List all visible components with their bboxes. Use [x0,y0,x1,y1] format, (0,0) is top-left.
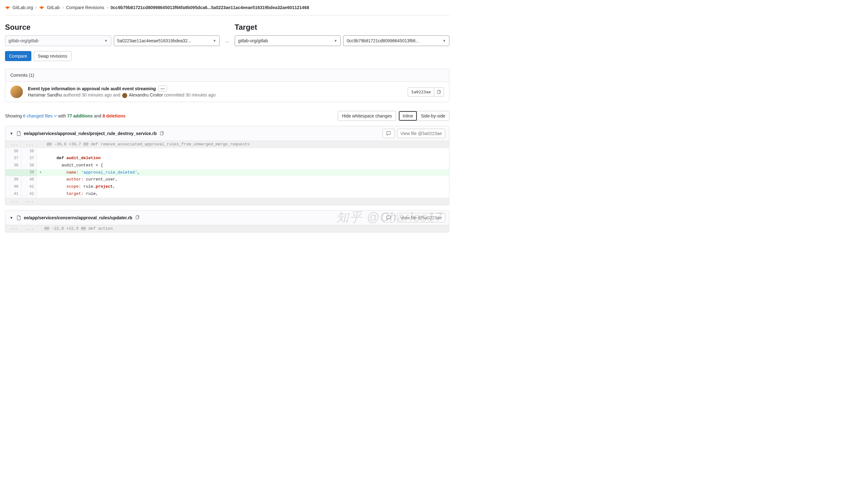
commit-committer[interactable]: Alexandru Croitor [129,92,163,98]
commits-header: Commits (1) [5,69,449,82]
diff-line: 3737 def audit_deletion [5,155,449,162]
breadcrumb-current: 0cc9b79b81721cd80998645013f66fa9b095dca6… [111,5,309,10]
commit-meta: Harsimar Sandhu authored 30 minutes ago … [28,92,403,98]
view-file-button[interactable]: View file @5a0223ae [397,129,445,138]
commit-row: Event type information in approval rule … [5,82,449,102]
code-content: name: 'approval_rule_deleted', [44,169,449,177]
diff-line: 3940 author: current_user, [5,176,449,183]
old-line-number[interactable]: 41 [5,191,21,198]
side-by-side-view-button[interactable]: Side-by-side [417,111,449,121]
code-content: target: rule, [44,191,449,198]
new-line-number[interactable]: 41 [21,183,37,191]
source-ref-label: 5a0223ae11ac4eeae516319bdea32... [117,38,191,43]
old-line-number[interactable]: 39 [5,176,21,183]
source-repo-label: gitlab-org/gitlab [9,38,38,43]
deletions-count: 8 deletions [102,113,125,118]
code-content [44,148,449,155]
old-line-number[interactable]: 36 [5,148,21,155]
copy-sha-button[interactable] [434,88,444,96]
target-repo-select[interactable]: gitlab-org/gitlab ▼ [235,35,341,46]
source-heading: Source [5,23,220,32]
target-ref-label: 0cc9b79b81721cd80998645013f66... [347,38,419,43]
hunk-header: @@ -36,6 +36,7 @@ def remove_associated_… [44,141,449,148]
chevron-down-icon: ▼ [104,39,108,43]
collapse-file-button[interactable]: ▼ [9,215,14,220]
hide-whitespace-button[interactable]: Hide whitespace changes [338,111,396,121]
new-line-number[interactable]: 37 [21,155,37,162]
old-line-number[interactable]: 37 [5,155,21,162]
collapse-file-button[interactable]: ▼ [9,131,14,136]
view-file-button[interactable]: View file @5a0223ae [397,213,445,223]
code-content: author: current_user, [44,176,449,183]
copy-path-button[interactable] [135,214,140,221]
chevron-down-icon: ▼ [334,39,338,43]
toggle-comments-button[interactable] [383,129,395,138]
changed-files-link[interactable]: 6 changed files [23,113,57,118]
comment-icon [386,215,391,220]
old-line-number[interactable]: 38 [5,162,21,169]
svg-rect-5 [136,216,138,219]
code-content: scope: rule.project, [44,183,449,191]
svg-rect-1 [438,91,440,94]
new-line-number[interactable]: 39 [21,169,37,177]
gitlab-icon [5,5,10,10]
commit-more-button[interactable]: ••• [158,86,167,92]
commit-title[interactable]: Event type information in approval rule … [28,86,156,91]
breadcrumb-compare[interactable]: Compare Revisions [66,5,104,10]
file-path[interactable]: ee/app/services/approval_rules/project_r… [24,131,157,136]
comment-icon [386,131,391,136]
diff-line: 4041 scope: rule.project, [5,183,449,191]
avatar[interactable] [10,86,23,98]
breadcrumb-project[interactable]: GitLab [47,5,59,10]
diff-summary: Showing 6 changed files with 77 addition… [5,113,125,118]
hunk-header: @@ -22,8 +22,9 @@ def action [42,225,449,232]
file-path[interactable]: ee/app/services/concerns/approval_rules/… [24,215,132,220]
committer-avatar[interactable] [122,93,127,98]
expand-hunk-button[interactable]: ... [5,141,21,148]
new-line-number[interactable]: 40 [21,176,37,183]
toggle-comments-button[interactable] [383,213,395,223]
source-repo-select[interactable]: gitlab-org/gitlab ▼ [5,35,111,46]
diff-line: 3838 audit_context = { [5,162,449,169]
breadcrumb-separator: › [35,5,37,10]
expand-hunk-button[interactable]: ... [5,198,21,205]
new-line-number[interactable]: 36 [21,148,37,155]
target-heading: Target [235,23,449,32]
swap-revisions-button[interactable]: Swap revisions [34,51,71,61]
copy-path-button[interactable] [159,130,165,137]
svg-rect-3 [160,132,163,135]
breadcrumbs: GitLab.org › GitLab › Compare Revisions … [5,0,449,15]
old-line-number[interactable]: 40 [5,183,21,191]
code-content: def audit_deletion [44,155,449,162]
expand-hunk-button[interactable]: ... [5,225,21,232]
chevron-down-icon: ▼ [442,39,446,43]
chevron-down-icon [54,114,57,117]
target-ref-select[interactable]: 0cc9b79b81721cd80998645013f66... ▼ [343,35,449,46]
new-line-number[interactable]: 42 [21,191,37,198]
clipboard-icon [437,90,441,94]
code-content: audit_context = { [44,162,449,169]
chevron-down-icon: ▼ [213,39,216,43]
commit-sha-button[interactable]: 5a0223ae [408,88,434,96]
new-line-number[interactable]: 38 [21,162,37,169]
breadcrumb-separator: › [63,5,64,10]
source-ref-select[interactable]: 5a0223ae11ac4eeae516319bdea32... ▼ [114,35,220,46]
commit-author[interactable]: Harsimar Sandhu [28,92,62,98]
additions-count: 77 additions [67,113,93,118]
inline-view-button[interactable]: Inline [399,111,417,121]
file-icon [16,131,21,136]
breadcrumb-org[interactable]: GitLab.org [12,5,33,10]
diff-line: 4142 target: rule, [5,191,449,198]
target-repo-label: gitlab-org/gitlab [238,38,268,43]
file-icon [16,215,21,220]
compare-button[interactable]: Compare [5,51,31,61]
old-line-number[interactable] [5,169,21,177]
compare-ellipsis: ... [223,35,231,46]
diff-line: 3636 [5,148,449,155]
diff-line: 39+ name: 'approval_rule_deleted', [5,169,449,177]
gitlab-icon [39,5,44,10]
breadcrumb-separator: › [107,5,108,10]
